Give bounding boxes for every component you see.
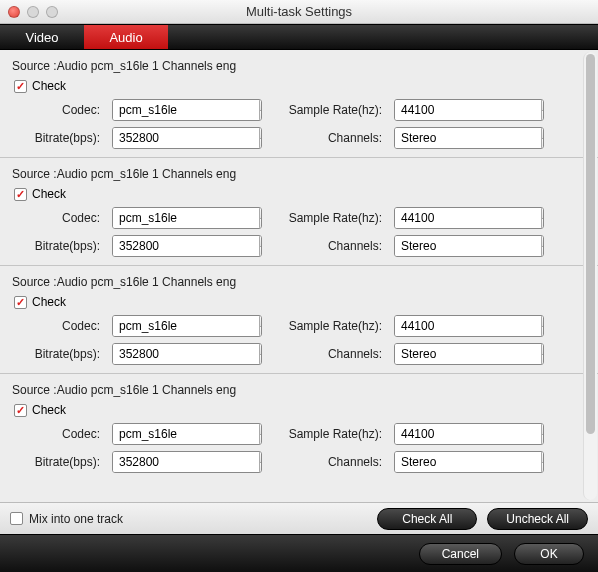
bitrate-stepper[interactable]: ▲▼: [112, 127, 262, 149]
samplerate-input[interactable]: [395, 100, 541, 120]
stepper-up-icon[interactable]: ▲: [260, 316, 262, 327]
stepper-up-icon[interactable]: ▲: [260, 452, 262, 463]
tab-video[interactable]: Video: [0, 25, 84, 49]
stepper-up-icon[interactable]: ▲: [542, 236, 544, 247]
channels-stepper[interactable]: ▲▼: [394, 235, 544, 257]
stepper-up-icon[interactable]: ▲: [542, 424, 544, 435]
stepper-up-icon[interactable]: ▲: [542, 208, 544, 219]
stepper-down-icon[interactable]: ▼: [542, 435, 544, 445]
stepper-down-icon[interactable]: ▼: [260, 463, 262, 473]
stepper-up-icon[interactable]: ▲: [542, 452, 544, 463]
samplerate-stepper[interactable]: ▲▼: [394, 423, 544, 445]
stepper-up-icon[interactable]: ▲: [542, 128, 544, 139]
stepper-down-icon[interactable]: ▼: [542, 219, 544, 229]
stepper-up-icon[interactable]: ▲: [260, 128, 262, 139]
stepper-down-icon[interactable]: ▼: [260, 139, 262, 149]
bitrate-input[interactable]: [113, 344, 259, 364]
track-block: Source :Audio pcm_s16le 1 Channels eng✓C…: [0, 373, 598, 481]
bitrate-stepper[interactable]: ▲▼: [112, 235, 262, 257]
track-block: Source :Audio pcm_s16le 1 Channels eng✓C…: [0, 265, 598, 373]
bitrate-label: Bitrate(bps):: [16, 347, 102, 361]
samplerate-stepper[interactable]: ▲▼: [394, 99, 544, 121]
samplerate-input[interactable]: [395, 316, 541, 336]
bitrate-input[interactable]: [113, 128, 259, 148]
codec-label: Codec:: [16, 427, 102, 441]
bitrate-label: Bitrate(bps):: [16, 131, 102, 145]
window-title: Multi-task Settings: [0, 4, 598, 19]
stepper-up-icon[interactable]: ▲: [260, 100, 262, 111]
stepper-up-icon[interactable]: ▲: [260, 208, 262, 219]
check-track-checkbox[interactable]: ✓: [14, 404, 27, 417]
samplerate-label: Sample Rate(hz):: [272, 319, 384, 333]
stepper-up-icon[interactable]: ▲: [542, 100, 544, 111]
stepper-down-icon[interactable]: ▼: [260, 111, 262, 121]
stepper-down-icon[interactable]: ▼: [260, 219, 262, 229]
channels-label: Channels:: [272, 347, 384, 361]
check-label: Check: [32, 295, 66, 309]
track-block: Source :Audio pcm_s16le 1 Channels eng✓C…: [0, 50, 598, 157]
samplerate-label: Sample Rate(hz):: [272, 427, 384, 441]
source-line: Source :Audio pcm_s16le 1 Channels eng: [10, 56, 588, 76]
channels-input[interactable]: [395, 128, 541, 148]
samplerate-stepper[interactable]: ▲▼: [394, 315, 544, 337]
stepper-down-icon[interactable]: ▼: [542, 327, 544, 337]
bitrate-stepper[interactable]: ▲▼: [112, 343, 262, 365]
channels-stepper[interactable]: ▲▼: [394, 343, 544, 365]
stepper-down-icon[interactable]: ▼: [542, 247, 544, 257]
stepper-down-icon[interactable]: ▼: [542, 463, 544, 473]
tab-audio[interactable]: Audio: [84, 25, 168, 49]
codec-label: Codec:: [16, 211, 102, 225]
stepper-down-icon[interactable]: ▼: [260, 435, 262, 445]
stepper-down-icon[interactable]: ▼: [260, 327, 262, 337]
bitrate-input[interactable]: [113, 452, 259, 472]
channels-label: Channels:: [272, 455, 384, 469]
stepper-down-icon[interactable]: ▼: [260, 247, 262, 257]
titlebar: Multi-task Settings: [0, 0, 598, 24]
codec-label: Codec:: [16, 319, 102, 333]
cancel-button[interactable]: Cancel: [419, 543, 502, 565]
codec-input[interactable]: [113, 424, 259, 444]
codec-input[interactable]: [113, 100, 259, 120]
stepper-up-icon[interactable]: ▲: [260, 236, 262, 247]
samplerate-input[interactable]: [395, 424, 541, 444]
stepper-down-icon[interactable]: ▼: [260, 355, 262, 365]
uncheck-all-button[interactable]: Uncheck All: [487, 508, 588, 530]
codec-input[interactable]: [113, 316, 259, 336]
bitrate-stepper[interactable]: ▲▼: [112, 451, 262, 473]
action-bar: Cancel OK: [0, 534, 598, 572]
channels-input[interactable]: [395, 236, 541, 256]
check-track-checkbox[interactable]: ✓: [14, 188, 27, 201]
codec-stepper[interactable]: ▲▼: [112, 315, 262, 337]
track-block: Source :Audio pcm_s16le 1 Channels eng✓C…: [0, 157, 598, 265]
stepper-up-icon[interactable]: ▲: [542, 316, 544, 327]
channels-stepper[interactable]: ▲▼: [394, 451, 544, 473]
scrollbar-thumb[interactable]: [586, 54, 595, 434]
codec-stepper[interactable]: ▲▼: [112, 99, 262, 121]
bitrate-input[interactable]: [113, 236, 259, 256]
samplerate-stepper[interactable]: ▲▼: [394, 207, 544, 229]
channels-stepper[interactable]: ▲▼: [394, 127, 544, 149]
stepper-up-icon[interactable]: ▲: [260, 424, 262, 435]
mix-checkbox[interactable]: [10, 512, 23, 525]
check-track-checkbox[interactable]: ✓: [14, 80, 27, 93]
codec-input[interactable]: [113, 208, 259, 228]
stepper-down-icon[interactable]: ▼: [542, 111, 544, 121]
bitrate-label: Bitrate(bps):: [16, 239, 102, 253]
tab-bar: Video Audio: [0, 24, 598, 50]
source-line: Source :Audio pcm_s16le 1 Channels eng: [10, 380, 588, 400]
samplerate-input[interactable]: [395, 208, 541, 228]
check-track-checkbox[interactable]: ✓: [14, 296, 27, 309]
codec-stepper[interactable]: ▲▼: [112, 423, 262, 445]
stepper-down-icon[interactable]: ▼: [542, 355, 544, 365]
stepper-down-icon[interactable]: ▼: [542, 139, 544, 149]
stepper-up-icon[interactable]: ▲: [542, 344, 544, 355]
codec-stepper[interactable]: ▲▼: [112, 207, 262, 229]
stepper-up-icon[interactable]: ▲: [260, 344, 262, 355]
ok-button[interactable]: OK: [514, 543, 584, 565]
check-all-button[interactable]: Check All: [377, 508, 477, 530]
samplerate-label: Sample Rate(hz):: [272, 211, 384, 225]
codec-label: Codec:: [16, 103, 102, 117]
channels-input[interactable]: [395, 452, 541, 472]
scrollbar[interactable]: [583, 52, 597, 500]
channels-input[interactable]: [395, 344, 541, 364]
